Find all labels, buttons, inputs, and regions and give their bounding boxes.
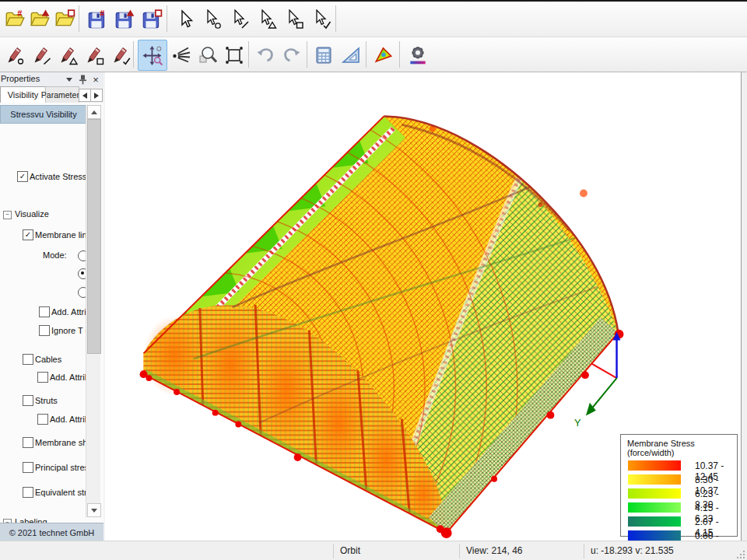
draw-line-button[interactable] <box>28 40 54 71</box>
toolbar-file-select: # # <box>0 2 747 37</box>
legend-color-swatch <box>628 474 681 485</box>
select-check-button[interactable] <box>308 4 335 35</box>
pin-icon[interactable] <box>77 74 88 85</box>
rays-tool-button[interactable] <box>168 40 195 71</box>
pencil-square-icon <box>84 45 104 65</box>
copyright-bar: © 2021 technet GmbH <box>0 523 103 541</box>
y-axis-label: Y <box>574 417 581 429</box>
zoom-window-icon <box>224 45 244 65</box>
legend-entry: 8.30 - 10.37 <box>628 473 737 487</box>
toolbar-separator <box>167 5 167 32</box>
orbit-tool-button[interactable] <box>138 40 167 71</box>
draw-quad-button[interactable] <box>81 40 107 71</box>
undo-button[interactable] <box>252 40 279 71</box>
save-hash-button[interactable]: # <box>84 4 110 35</box>
legend-entry: 10.37 - 12.45 <box>628 459 737 473</box>
scroll-down-icon[interactable] <box>87 503 101 517</box>
toolbar-separator <box>248 41 249 68</box>
legend-entry: 6.23 - 8.30 <box>628 487 737 501</box>
status-divider <box>459 544 460 558</box>
svg-text:#: # <box>17 9 22 18</box>
add-attrib-struts-checkbox[interactable] <box>37 414 48 425</box>
zoom-window-tool-button[interactable] <box>221 40 247 71</box>
folder-open-icon: # <box>4 9 26 30</box>
scrollbar-thumb[interactable] <box>87 119 101 354</box>
redo-button[interactable] <box>279 40 305 71</box>
principal-stresses-checkbox[interactable] <box>23 462 33 473</box>
close-icon[interactable]: × <box>90 74 101 85</box>
save-square-button[interactable] <box>139 4 165 35</box>
status-uv-coordinates: u: -18.293 v: 21.535 <box>591 545 674 556</box>
toolbar-separator <box>133 41 134 68</box>
status-view-angles: View: 214, 46 <box>466 545 523 556</box>
open-hash-button[interactable]: # <box>2 4 28 35</box>
tab-parameters[interactable]: Parameters <box>45 86 79 103</box>
equivalent-stress-checkbox[interactable] <box>23 487 33 498</box>
panel-title: Properties <box>1 74 40 83</box>
struts-label: Struts <box>35 396 58 405</box>
activate-stressvu-checkbox[interactable]: ✓ <box>17 171 28 182</box>
cables-checkbox[interactable] <box>23 354 33 365</box>
panel-scrollbar[interactable] <box>86 105 100 517</box>
panel-content: Stressvu Visibility ✓ Activate Stressvu … <box>0 103 103 523</box>
cursor-circle-icon <box>202 9 223 30</box>
legend-color-swatch <box>628 516 681 527</box>
scroll-up-icon[interactable] <box>87 105 101 119</box>
legend-color-swatch <box>628 530 681 541</box>
labeling-section-label: Labeling <box>15 517 47 523</box>
select-line-button[interactable] <box>226 4 253 35</box>
add-attrib-membrane-checkbox[interactable] <box>39 306 50 317</box>
select-button[interactable] <box>172 4 198 35</box>
chevron-down-icon[interactable] <box>64 74 75 85</box>
tab-visibility[interactable]: Visibility <box>0 86 46 103</box>
panel-tabstrip: Visibility Parameters <box>0 86 103 103</box>
folder-open-icon <box>54 9 75 30</box>
zoom-tool-button[interactable] <box>195 40 221 71</box>
membrane-links-checkbox[interactable]: ✓ <box>23 229 33 240</box>
status-mode: Orbit <box>340 545 360 556</box>
view-flag-button[interactable] <box>370 40 397 71</box>
rays-icon <box>171 45 191 65</box>
resize-grip[interactable] <box>736 550 745 559</box>
ignore-t-elements-checkbox[interactable] <box>39 325 50 336</box>
status-divider <box>333 544 334 558</box>
open-square-button[interactable] <box>51 4 78 35</box>
select-circle-button[interactable] <box>199 4 226 35</box>
tab-scroll-right-icon[interactable] <box>90 89 103 102</box>
save-triangle-button[interactable] <box>111 4 138 35</box>
draw-check-button[interactable] <box>107 40 134 71</box>
open-triangle-button[interactable] <box>26 4 53 35</box>
set-square-button[interactable] <box>338 40 364 71</box>
collapse-visualize-icon[interactable]: − <box>3 211 12 219</box>
tab-scroll-left-icon[interactable] <box>79 89 91 102</box>
toolbar-separator <box>399 41 400 68</box>
stress-legend: Membrane Stress (force/width) 10.37 - 12… <box>620 434 738 537</box>
select-triangle-button[interactable] <box>254 4 280 35</box>
status-divider <box>584 544 584 558</box>
pencil-circle-icon <box>5 45 25 65</box>
cursor-icon <box>175 9 195 30</box>
draw-circle-button[interactable] <box>2 40 28 71</box>
save-icon: # <box>86 9 108 30</box>
magnifier-icon <box>198 45 218 65</box>
add-attrib-cables-checkbox[interactable] <box>37 372 48 383</box>
pencil-line-icon <box>31 45 51 65</box>
draw-triangle-button[interactable] <box>54 40 81 71</box>
viewport-canvas[interactable]: Y Membrane Stress (force/width) 10.37 - … <box>105 72 742 541</box>
save-icon <box>141 9 163 30</box>
legend-entry: 4.15 - 6.23 <box>628 501 737 515</box>
cursor-check-icon <box>311 9 331 30</box>
toolbar-separator <box>79 5 79 32</box>
membrane-shear-checkbox[interactable] <box>23 437 33 448</box>
stress-settings-button[interactable] <box>405 40 431 71</box>
save-icon <box>114 9 135 30</box>
legend-entry: 2.07 - 4.15 <box>628 515 737 529</box>
gear-colorbar-icon <box>407 44 429 66</box>
stressvu-header: Stressvu Visibility <box>0 105 87 124</box>
toolbar-separator <box>366 41 366 68</box>
calculator-button[interactable] <box>310 40 337 71</box>
panel-titlebar[interactable]: Properties × <box>0 72 103 87</box>
set-square-icon <box>341 45 361 65</box>
struts-checkbox[interactable] <box>23 395 33 406</box>
select-quad-button[interactable] <box>281 4 307 35</box>
